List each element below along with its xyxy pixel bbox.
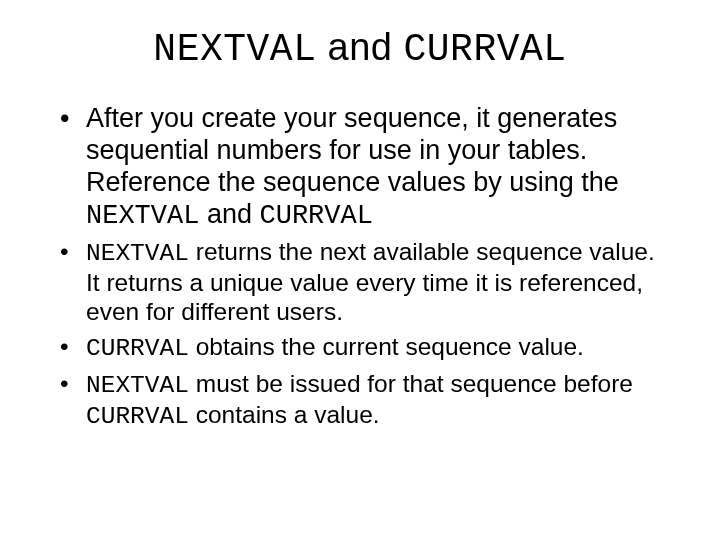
code-nextval: NEXTVAL bbox=[86, 372, 189, 399]
text: must be issued for that sequence before bbox=[189, 370, 633, 397]
slide: NEXTVAL and CURRVAL After you create you… bbox=[0, 0, 720, 540]
code-nextval: NEXTVAL bbox=[86, 201, 199, 231]
bullet-order-rule: NEXTVAL must be issued for that sequence… bbox=[60, 370, 670, 432]
bullet-nextval-desc: NEXTVAL returns the next available seque… bbox=[60, 238, 670, 327]
title-code-nextval: NEXTVAL bbox=[153, 28, 316, 71]
text: obtains the current sequence value. bbox=[189, 333, 584, 360]
code-nextval: NEXTVAL bbox=[86, 240, 189, 267]
title-code-currval: CURRVAL bbox=[404, 28, 567, 71]
code-currval: CURRVAL bbox=[86, 403, 189, 430]
code-currval: CURRVAL bbox=[86, 335, 189, 362]
slide-title: NEXTVAL and CURRVAL bbox=[50, 26, 670, 71]
bullet-currval-desc: CURRVAL obtains the current sequence val… bbox=[60, 333, 670, 364]
text: After you create your sequence, it gener… bbox=[86, 103, 619, 197]
text: contains a value. bbox=[189, 401, 380, 428]
bullet-list: After you create your sequence, it gener… bbox=[50, 103, 670, 432]
text: and bbox=[199, 199, 259, 229]
code-currval: CURRVAL bbox=[259, 201, 372, 231]
title-text-and: and bbox=[316, 26, 403, 68]
bullet-intro: After you create your sequence, it gener… bbox=[60, 103, 670, 232]
